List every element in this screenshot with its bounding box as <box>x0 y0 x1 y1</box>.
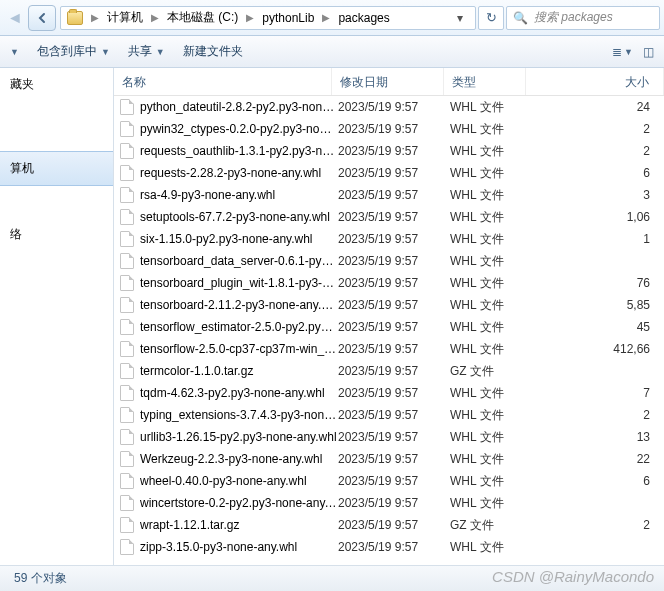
file-row[interactable]: requests_oauthlib-1.3.1-py2.py3-non...20… <box>114 140 664 162</box>
share-label: 共享 <box>128 43 152 60</box>
refresh-icon: ↻ <box>486 10 497 25</box>
file-icon <box>120 429 134 445</box>
sidebar-item[interactable]: 藏夹 <box>0 68 113 101</box>
file-type: WHL 文件 <box>450 275 532 292</box>
address-dropdown[interactable]: ▾ <box>451 11 469 25</box>
file-type: WHL 文件 <box>450 495 532 512</box>
file-row[interactable]: python_dateutil-2.8.2-py2.py3-none-a...2… <box>114 96 664 118</box>
file-row[interactable]: urllib3-1.26.15-py2.py3-none-any.whl2023… <box>114 426 664 448</box>
new-folder-button[interactable]: 新建文件夹 <box>183 43 243 60</box>
chevron-down-icon: ▼ <box>624 47 633 57</box>
preview-pane-button[interactable]: ◫ <box>643 45 654 59</box>
file-size: 6 <box>532 166 664 180</box>
new-folder-label: 新建文件夹 <box>183 43 243 60</box>
file-row[interactable]: tensorflow-2.5.0-cp37-cp37m-win_am...202… <box>114 338 664 360</box>
file-type: WHL 文件 <box>450 407 532 424</box>
file-row[interactable]: setuptools-67.7.2-py3-none-any.whl2023/5… <box>114 206 664 228</box>
refresh-button[interactable]: ↻ <box>478 6 504 30</box>
file-date: 2023/5/19 9:57 <box>338 320 450 334</box>
file-icon <box>120 363 134 379</box>
chevron-down-icon: ▼ <box>10 47 19 57</box>
file-icon <box>120 407 134 423</box>
breadcrumb-drive[interactable]: 本地磁盘 (C:) <box>167 9 238 26</box>
column-header-name[interactable]: 名称 <box>114 68 332 95</box>
file-name: tensorflow_estimator-2.5.0-py2.py3-n... <box>140 320 338 334</box>
file-row[interactable]: Werkzeug-2.2.3-py3-none-any.whl2023/5/19… <box>114 448 664 470</box>
breadcrumb-folder[interactable]: packages <box>338 11 389 25</box>
file-row[interactable]: requests-2.28.2-py3-none-any.whl2023/5/1… <box>114 162 664 184</box>
file-icon <box>120 385 134 401</box>
file-date: 2023/5/19 9:57 <box>338 496 450 510</box>
file-size: 1,06 <box>532 210 664 224</box>
view-options-button[interactable]: ≣ ▼ <box>612 45 633 59</box>
file-name: zipp-3.15.0-py3-none-any.whl <box>140 540 338 554</box>
share-button[interactable]: 共享 ▼ <box>128 43 165 60</box>
file-date: 2023/5/19 9:57 <box>338 298 450 312</box>
file-icon <box>120 275 134 291</box>
file-name: tensorboard-2.11.2-py3-none-any.whl <box>140 298 338 312</box>
organize-menu[interactable]: ▼ <box>10 47 19 57</box>
file-row[interactable]: wheel-0.40.0-py3-none-any.whl2023/5/19 9… <box>114 470 664 492</box>
file-row[interactable]: tensorboard-2.11.2-py3-none-any.whl2023/… <box>114 294 664 316</box>
chevron-right-icon: ▶ <box>242 12 258 23</box>
breadcrumb-computer[interactable]: 计算机 <box>107 9 143 26</box>
file-name: wrapt-1.12.1.tar.gz <box>140 518 338 532</box>
breadcrumb-bar[interactable]: ▶ 计算机 ▶ 本地磁盘 (C:) ▶ pythonLib ▶ packages… <box>60 6 476 30</box>
file-name: python_dateutil-2.8.2-py2.py3-none-a... <box>140 100 338 114</box>
file-type: WHL 文件 <box>450 341 532 358</box>
file-row[interactable]: zipp-3.15.0-py3-none-any.whl2023/5/19 9:… <box>114 536 664 558</box>
file-date: 2023/5/19 9:57 <box>338 408 450 422</box>
file-date: 2023/5/19 9:57 <box>338 364 450 378</box>
breadcrumb-folder[interactable]: pythonLib <box>262 11 314 25</box>
search-input[interactable]: 🔍 搜索 packages <box>506 6 660 30</box>
file-row[interactable]: pywin32_ctypes-0.2.0-py2.py3-none-a...20… <box>114 118 664 140</box>
forward-history-button[interactable] <box>28 5 56 31</box>
folder-icon <box>67 11 83 25</box>
file-date: 2023/5/19 9:57 <box>338 144 450 158</box>
file-name: tqdm-4.62.3-py2.py3-none-any.whl <box>140 386 338 400</box>
file-size: 5,85 <box>532 298 664 312</box>
file-rows: python_dateutil-2.8.2-py2.py3-none-a...2… <box>114 96 664 565</box>
include-label: 包含到库中 <box>37 43 97 60</box>
file-row[interactable]: termcolor-1.1.0.tar.gz2023/5/19 9:57GZ 文… <box>114 360 664 382</box>
file-icon <box>120 319 134 335</box>
file-row[interactable]: tensorboard_data_server-0.6.1-py3-n...20… <box>114 250 664 272</box>
file-name: six-1.15.0-py2.py3-none-any.whl <box>140 232 338 246</box>
file-row[interactable]: wincertstore-0.2-py2.py3-none-any.whl202… <box>114 492 664 514</box>
file-name: setuptools-67.7.2-py3-none-any.whl <box>140 210 338 224</box>
file-date: 2023/5/19 9:57 <box>338 276 450 290</box>
file-row[interactable]: six-1.15.0-py2.py3-none-any.whl2023/5/19… <box>114 228 664 250</box>
chevron-right-icon: ▶ <box>87 12 103 23</box>
file-row[interactable]: tqdm-4.62.3-py2.py3-none-any.whl2023/5/1… <box>114 382 664 404</box>
file-name: tensorflow-2.5.0-cp37-cp37m-win_am... <box>140 342 338 356</box>
file-row[interactable]: rsa-4.9-py3-none-any.whl2023/5/19 9:57WH… <box>114 184 664 206</box>
file-row[interactable]: typing_extensions-3.7.4.3-py3-none-a...2… <box>114 404 664 426</box>
file-size: 412,66 <box>532 342 664 356</box>
search-placeholder: 搜索 packages <box>534 9 613 26</box>
file-name: wheel-0.40.0-py3-none-any.whl <box>140 474 338 488</box>
sidebar-item[interactable]: 算机 <box>0 151 113 186</box>
file-size: 7 <box>532 386 664 400</box>
file-row[interactable]: wrapt-1.12.1.tar.gz2023/5/19 9:57GZ 文件2 <box>114 514 664 536</box>
file-size: 3 <box>532 188 664 202</box>
file-name: termcolor-1.1.0.tar.gz <box>140 364 338 378</box>
file-date: 2023/5/19 9:57 <box>338 518 450 532</box>
file-name: requests-2.28.2-py3-none-any.whl <box>140 166 338 180</box>
column-header-size[interactable]: 大小 <box>526 68 664 95</box>
sidebar-item-label: 藏夹 <box>10 77 34 91</box>
column-header-date[interactable]: 修改日期 <box>332 68 444 95</box>
file-type: WHL 文件 <box>450 319 532 336</box>
file-size: 45 <box>532 320 664 334</box>
file-date: 2023/5/19 9:57 <box>338 540 450 554</box>
sidebar-item[interactable]: 络 <box>0 218 113 251</box>
file-size: 2 <box>532 144 664 158</box>
chevron-down-icon: ▼ <box>156 47 165 57</box>
file-row[interactable]: tensorboard_plugin_wit-1.8.1-py3-no...20… <box>114 272 664 294</box>
file-row[interactable]: tensorflow_estimator-2.5.0-py2.py3-n...2… <box>114 316 664 338</box>
file-type: GZ 文件 <box>450 517 532 534</box>
column-header-type[interactable]: 类型 <box>444 68 526 95</box>
file-icon <box>120 495 134 511</box>
include-library-button[interactable]: 包含到库中 ▼ <box>37 43 110 60</box>
file-type: WHL 文件 <box>450 143 532 160</box>
column-headers: 名称 修改日期 类型 大小 <box>114 68 664 96</box>
